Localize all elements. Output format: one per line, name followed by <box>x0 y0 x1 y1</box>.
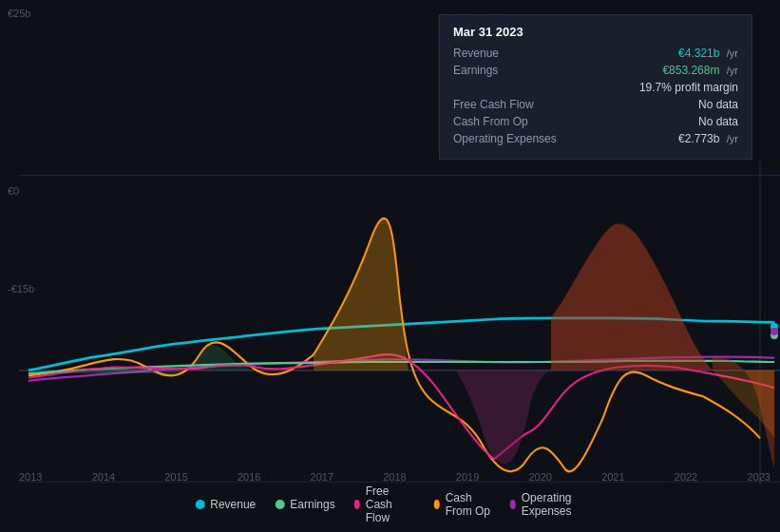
legend-item-revenue[interactable]: Revenue <box>195 498 256 511</box>
tooltip-earnings-row: Earnings €853.268m /yr <box>453 64 738 77</box>
legend-item-fcf[interactable]: Free Cash Flow <box>354 484 415 524</box>
legend-label-fcf: Free Cash Flow <box>366 484 415 524</box>
tooltip-opex-label: Operating Expenses <box>453 132 567 145</box>
legend-label-earnings: Earnings <box>290 498 334 511</box>
legend-dot-earnings <box>275 500 284 509</box>
x-label-2013: 2013 <box>19 471 42 483</box>
y-label-neg15b: -€15b <box>8 283 34 294</box>
tooltip-fcf-row: Free Cash Flow No data <box>453 98 738 111</box>
chart-legend: Revenue Earnings Free Cash Flow Cash Fro… <box>195 484 585 524</box>
tooltip-earnings-label: Earnings <box>453 64 567 77</box>
tooltip-profit-margin-row: 19.7% profit margin <box>453 81 738 94</box>
x-label-2018: 2018 <box>383 471 406 483</box>
legend-dot-opex <box>510 500 516 509</box>
legend-label-revenue: Revenue <box>210 498 256 511</box>
x-label-2020: 2020 <box>528 471 551 483</box>
tooltip-opex-row: Operating Expenses €2.773b /yr <box>453 132 738 145</box>
tooltip-fcf-label: Free Cash Flow <box>453 98 567 111</box>
x-label-2023: 2023 <box>747 471 770 483</box>
tooltip-cashop-row: Cash From Op No data <box>453 115 738 128</box>
legend-item-cash-from-op[interactable]: Cash From Op <box>434 491 491 518</box>
tooltip-revenue-amount: €4.321b <box>678 47 719 60</box>
tooltip-revenue-value: €4.321b /yr <box>678 47 738 60</box>
legend-dot-fcf <box>354 500 360 509</box>
x-label-2022: 2022 <box>675 471 697 483</box>
legend-item-earnings[interactable]: Earnings <box>275 498 334 511</box>
legend-label-opex: Operating Expenses <box>522 491 585 518</box>
x-label-2017: 2017 <box>311 471 333 483</box>
legend-item-opex[interactable]: Operating Expenses <box>510 491 585 518</box>
tooltip-profit-margin: 19.7% profit margin <box>639 81 738 94</box>
x-label-2019: 2019 <box>456 471 479 483</box>
tooltip-opex-value: €2.773b /yr <box>678 132 738 145</box>
opex-dot <box>770 328 778 335</box>
chart-container: Mar 31 2023 Revenue €4.321b /yr Earnings… <box>0 0 780 532</box>
y-label-0: €0 <box>8 185 19 197</box>
x-label-2021: 2021 <box>601 471 624 483</box>
x-label-2016: 2016 <box>238 471 260 483</box>
y-label-25b: €25b <box>8 8 30 19</box>
x-axis-labels: 2013 2014 2015 2016 2017 2018 2019 2020 … <box>19 471 770 483</box>
legend-label-cash-from-op: Cash From Op <box>446 491 491 518</box>
legend-dot-cash-from-op <box>434 500 440 509</box>
tooltip-date: Mar 31 2023 <box>453 25 738 39</box>
x-label-2014: 2014 <box>92 471 115 483</box>
tooltip-box: Mar 31 2023 Revenue €4.321b /yr Earnings… <box>439 14 752 160</box>
tooltip-earnings-value: €853.268m /yr <box>662 64 738 77</box>
tooltip-revenue-row: Revenue €4.321b /yr <box>453 47 738 60</box>
tooltip-cashop-label: Cash From Op <box>453 115 567 128</box>
x-label-2015: 2015 <box>164 471 187 483</box>
tooltip-revenue-label: Revenue <box>453 47 567 60</box>
legend-dot-revenue <box>195 500 204 509</box>
tooltip-cashop-value: No data <box>698 115 738 128</box>
tooltip-fcf-value: No data <box>698 98 738 111</box>
